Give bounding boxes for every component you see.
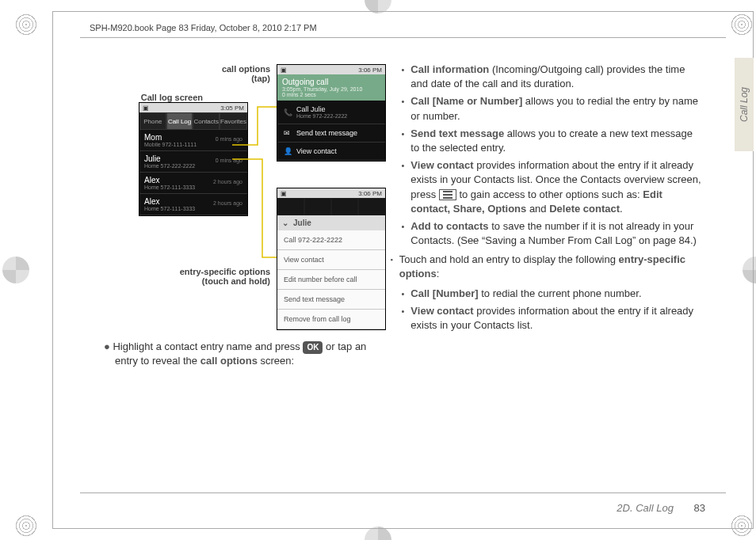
bullet-item: Send text message allows you to create a… bbox=[402, 127, 703, 155]
tab-call-log[interactable]: Call Log bbox=[166, 112, 193, 130]
bullet-item: Call [Name or Number] allows you to redi… bbox=[402, 94, 703, 123]
message-icon: ✉ bbox=[284, 129, 292, 137]
bullet-item: View contact provides information about … bbox=[402, 158, 703, 216]
list-item[interactable]: 📞Call JulieHome 972-222-2222 bbox=[277, 101, 385, 124]
bullet-item: View contact provides information about … bbox=[402, 304, 703, 333]
square-bullet-item: Touch and hold an entry to display the f… bbox=[391, 253, 703, 281]
callout-call-options: call options (tap) bbox=[80, 64, 270, 83]
page-body: call options (tap) Call log screen entry… bbox=[80, 59, 721, 481]
left-column: call options (tap) Call log screen entry… bbox=[80, 59, 381, 481]
table-row[interactable]: AlexHome 572-111-33332 hours ago bbox=[139, 173, 247, 194]
section-title: 2D. Call Log bbox=[617, 502, 674, 514]
list-item[interactable]: ✉Send text message bbox=[277, 124, 385, 143]
call-info-header: Outgoing call 3:05pm, Thursday, July 29,… bbox=[277, 74, 385, 101]
list-item[interactable]: Call 972-222-2222 bbox=[277, 230, 385, 250]
bullet-item: Call information (Incoming/Outgoing call… bbox=[402, 63, 703, 91]
page-number: 83 bbox=[694, 502, 705, 514]
list-item[interactable]: Edit number before call bbox=[277, 270, 385, 290]
status-bar: ▣3:06 PM bbox=[277, 188, 385, 198]
list-item[interactable]: View contact bbox=[277, 250, 385, 270]
status-bar: ▣3:05 PM bbox=[139, 103, 247, 112]
callout-call-log-screen: Call log screen bbox=[80, 93, 203, 102]
registration-mark-tl bbox=[14, 13, 38, 36]
list-item[interactable]: Remove from call log bbox=[277, 310, 385, 329]
tab-favorites[interactable]: Favorites bbox=[220, 112, 247, 130]
tab-phone[interactable]: Phone bbox=[139, 112, 166, 130]
table-row[interactable]: MomMobile 972-111-11110 mins ago bbox=[139, 130, 247, 151]
right-column: Call information (Incoming/Outgoing call… bbox=[402, 59, 722, 481]
toolbar: Phone Call Log Contacts Favorites bbox=[139, 112, 247, 130]
table-row[interactable]: JulieHome 572-222-22220 mins ago bbox=[139, 151, 247, 173]
bullet-item: Call [Number] to redial the current phon… bbox=[402, 287, 703, 301]
down-icon: ⌄ bbox=[282, 219, 288, 227]
context-dialog: ⌄Julie Call 972-222-2222 View contact Ed… bbox=[277, 215, 385, 329]
list-item[interactable]: 👤View contact bbox=[277, 143, 385, 161]
page-frame: SPH-M920.book Page 83 Friday, October 8,… bbox=[52, 11, 754, 529]
toolbar-dim bbox=[277, 198, 385, 215]
contact-icon: 👤 bbox=[284, 147, 292, 155]
registration-mark-bl bbox=[14, 514, 38, 538]
screenshot-call-options: ▣3:06 PM Outgoing call 3:05pm, Thursday,… bbox=[277, 64, 386, 162]
dialog-title: ⌄Julie bbox=[277, 215, 385, 230]
page-footer: 2D. Call Log 83 bbox=[617, 502, 705, 514]
tab-contacts[interactable]: Contacts bbox=[193, 112, 220, 130]
phone-icon: 📞 bbox=[284, 108, 292, 116]
thumb-tab: Call Log bbox=[735, 58, 754, 151]
running-header: SPH-M920.book Page 83 Friday, October 8,… bbox=[53, 12, 753, 37]
footer-rule bbox=[80, 492, 726, 493]
screenshot-entry-options: ▣3:06 PM ⌄Julie Call 972-222-2222 View c… bbox=[277, 188, 386, 330]
ok-button-glyph: OK bbox=[303, 341, 323, 354]
screenshot-call-log: ▣3:05 PM Phone Call Log Contacts Favorit… bbox=[139, 102, 248, 216]
table-row[interactable]: AlexHome 572-111-33332 hours ago bbox=[139, 194, 247, 215]
callout-entry-options: entry-specific options (touch and hold) bbox=[80, 267, 270, 286]
list-item[interactable]: Send text message bbox=[277, 290, 385, 310]
header-rule bbox=[80, 37, 726, 38]
registration-mark-ml bbox=[2, 257, 29, 283]
menu-button-glyph bbox=[439, 189, 456, 200]
status-bar: ▣3:06 PM bbox=[277, 65, 385, 74]
bullet-item: Add to contacts to save the number if it… bbox=[402, 219, 703, 248]
body-sentence: ● Highlight a contact entry name and pre… bbox=[115, 340, 381, 368]
